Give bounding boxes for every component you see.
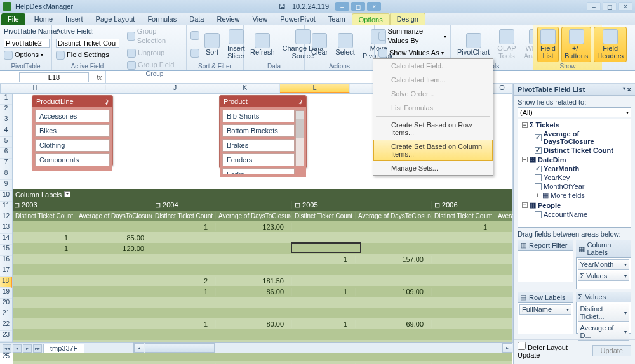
pivot-cell[interactable]: 123.00 bbox=[216, 223, 292, 231]
pivot-measure-header[interactable]: Distinct Ticket Count bbox=[13, 212, 76, 219]
quick-access-icon[interactable]: 🖫 bbox=[279, 3, 286, 10]
clear-button[interactable]: Clear bbox=[309, 27, 330, 62]
formula-input[interactable] bbox=[105, 71, 635, 83]
sheet-nav-last[interactable]: ▸▸ bbox=[33, 344, 42, 353]
pivot-year[interactable]: ⊟ 2004 bbox=[152, 201, 292, 209]
pivot-cell[interactable]: 157.00 bbox=[356, 256, 432, 263]
slicer-item[interactable]: Forks bbox=[222, 168, 295, 174]
win-min[interactable]: – bbox=[587, 2, 601, 11]
dropdown-icon[interactable] bbox=[64, 191, 70, 197]
col-header[interactable]: O bbox=[490, 84, 515, 93]
win-restore-remote[interactable]: ◻ bbox=[351, 2, 365, 11]
menu-create-set-row[interactable]: Create Set Based on Row Items... bbox=[373, 118, 493, 140]
win-restore[interactable]: ◻ bbox=[603, 2, 617, 11]
defer-layout-checkbox[interactable]: Defer Layout Update bbox=[518, 342, 592, 359]
pivot-year[interactable]: ⊟ 2005 bbox=[292, 201, 432, 209]
area-row-labels[interactable]: FullName▾ bbox=[518, 302, 573, 334]
pivot-measure-header[interactable]: Distinct Ticket Count bbox=[292, 212, 356, 219]
pivot-cell[interactable]: 86.00 bbox=[216, 288, 292, 296]
sort-asc-button[interactable] bbox=[190, 31, 199, 40]
pivot-cell[interactable]: 80.00 bbox=[216, 320, 292, 328]
tab-page-layout[interactable]: Page Layout bbox=[90, 13, 142, 25]
menu-manage-sets[interactable]: Manage Sets... bbox=[373, 161, 493, 175]
row-header[interactable]: 15 bbox=[0, 245, 12, 256]
sheet-nav-next[interactable]: ▸ bbox=[23, 344, 32, 353]
tree-field-node[interactable]: MonthOfYear bbox=[519, 182, 629, 191]
tab-insert[interactable]: Insert bbox=[59, 13, 90, 25]
slicer-item[interactable]: Fenders bbox=[222, 153, 295, 166]
field-checkbox[interactable] bbox=[535, 166, 542, 172]
sort-desc-button[interactable] bbox=[190, 49, 199, 58]
row-header[interactable]: 6 bbox=[0, 148, 12, 159]
pivottable-options-button[interactable]: Options▾ bbox=[4, 50, 48, 60]
slicer-product[interactable]: Product⚳ Bib-Shorts Bottom Brackets Brak… bbox=[219, 95, 307, 169]
tab-file[interactable]: File bbox=[1, 13, 25, 25]
slicer-item[interactable]: Brakes bbox=[222, 139, 295, 152]
sheet-nav-first[interactable]: ◂◂ bbox=[3, 344, 11, 353]
field-headers-button[interactable]: Field Headers bbox=[594, 27, 627, 62]
slicer-scrollbar[interactable] bbox=[295, 110, 304, 166]
menu-create-set-column[interactable]: Create Set Based on Column Items... bbox=[373, 140, 493, 161]
related-fields-select[interactable]: (All)▾ bbox=[518, 107, 631, 117]
slicer-item[interactable]: Bottom Brackets bbox=[222, 124, 295, 137]
horizontal-scrollbar[interactable]: ◂ ▸ bbox=[133, 342, 512, 353]
pivot-cell[interactable]: 1 bbox=[292, 288, 356, 296]
tab-design[interactable]: Design bbox=[390, 13, 425, 25]
pivot-cell[interactable]: 109.00 bbox=[356, 288, 432, 296]
row-header[interactable]: 25 bbox=[0, 353, 12, 363]
row-header[interactable]: 12 bbox=[0, 212, 12, 223]
field-settings-button[interactable]: Field Settings bbox=[56, 50, 119, 60]
pivot-cell[interactable]: 1 bbox=[152, 320, 216, 328]
pivot-cell[interactable]: 1 bbox=[13, 245, 76, 252]
tree-expand-icon[interactable]: + bbox=[535, 193, 540, 198]
pivot-cell[interactable]: 1 bbox=[292, 256, 356, 263]
row-header[interactable]: 2 bbox=[0, 105, 12, 115]
pivot-cell[interactable]: 1 bbox=[152, 288, 216, 296]
tree-table-node[interactable]: − Σ Tickets bbox=[519, 120, 629, 129]
row-header[interactable]: 14 bbox=[0, 234, 12, 245]
field-list-button[interactable]: Field List bbox=[537, 27, 559, 62]
pivotchart-button[interactable]: PivotChart bbox=[455, 27, 492, 62]
field-tag[interactable]: Average of D...▾ bbox=[578, 323, 630, 341]
slicer-clear-icon[interactable]: ⚳ bbox=[298, 98, 302, 105]
tree-toggle-icon[interactable]: − bbox=[522, 157, 528, 162]
field-tag[interactable]: Σ Values▾ bbox=[578, 271, 630, 281]
tree-table-node[interactable]: − ▦ DateDim bbox=[519, 155, 629, 164]
col-header[interactable]: K bbox=[210, 84, 280, 93]
field-checkbox[interactable] bbox=[535, 211, 542, 218]
row-header[interactable]: 5 bbox=[0, 137, 12, 148]
field-tag[interactable]: Distinct Ticket...▾ bbox=[578, 304, 630, 322]
row-header[interactable]: 4 bbox=[0, 126, 12, 137]
row-header[interactable]: 21 bbox=[0, 309, 12, 320]
sheet-tab[interactable]: tmp337F bbox=[43, 344, 84, 353]
pivottable-name-input[interactable] bbox=[4, 39, 50, 48]
slicer-clear-icon[interactable]: ⚳ bbox=[104, 98, 109, 105]
row-header[interactable]: 22 bbox=[0, 320, 12, 331]
tree-field-node[interactable]: AccountName bbox=[519, 210, 629, 219]
pivot-measure-header[interactable]: Distinct Ticket Count bbox=[152, 212, 216, 219]
scroll-thumb[interactable] bbox=[145, 343, 215, 353]
show-values-as-button[interactable]: Show Values As▾ bbox=[378, 48, 446, 58]
col-header[interactable]: H bbox=[1, 84, 70, 93]
tab-options[interactable]: Options bbox=[352, 13, 390, 25]
slicer-item[interactable]: Bib-Shorts bbox=[222, 110, 295, 122]
area-column-labels[interactable]: YearMonth▾ Σ Values▾ bbox=[576, 257, 632, 289]
row-header[interactable]: 7 bbox=[0, 159, 12, 169]
pivot-year[interactable]: ⊟ 2006 bbox=[432, 201, 514, 209]
active-field-input[interactable] bbox=[56, 39, 119, 48]
tree-field-node[interactable]: + ▦ More fields bbox=[519, 191, 629, 200]
field-tree[interactable]: − Σ Tickets Average of DaysToClosure Dis… bbox=[518, 119, 631, 228]
pivot-cell[interactable]: 1 bbox=[13, 234, 76, 242]
row-header[interactable]: 11 bbox=[0, 202, 12, 212]
pivot-cell[interactable]: 69.00 bbox=[356, 320, 432, 328]
area-values[interactable]: Distinct Ticket...▾ Average of D...▾ bbox=[576, 302, 632, 334]
tree-field-node[interactable]: YearMonth bbox=[519, 164, 629, 173]
tree-toggle-icon[interactable]: − bbox=[522, 202, 528, 208]
pivot-measure-header[interactable]: Average of DaysToClosure bbox=[76, 212, 152, 219]
pivot-cell[interactable]: 181.50 bbox=[216, 277, 292, 285]
pivot-cell[interactable]: 1 bbox=[292, 320, 356, 328]
tab-view[interactable]: View bbox=[246, 13, 274, 25]
pivot-cell[interactable]: 2 bbox=[152, 277, 216, 285]
tab-powerpivot[interactable]: PowerPivot bbox=[274, 13, 322, 25]
scroll-up-icon[interactable] bbox=[296, 111, 304, 119]
